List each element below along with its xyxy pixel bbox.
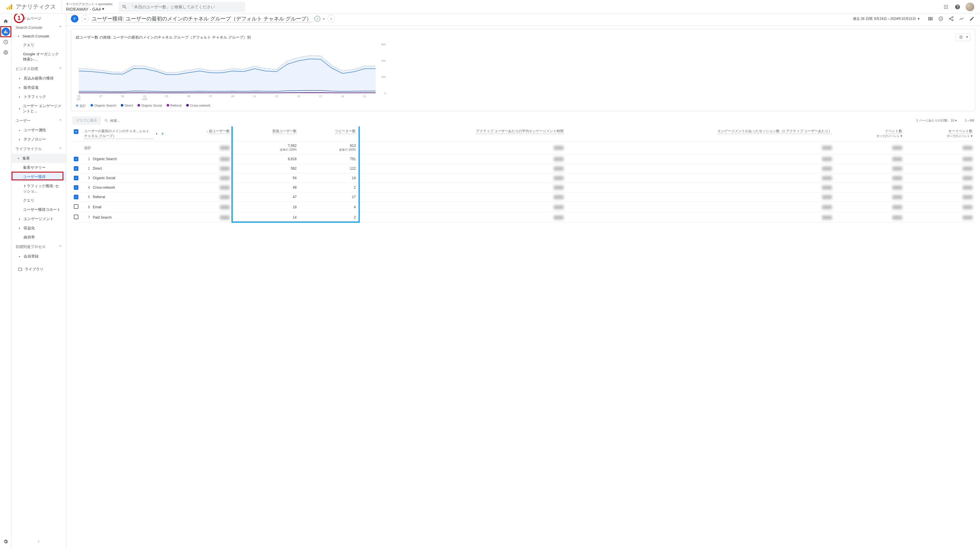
svg-point-7 (946, 6, 947, 7)
col-event-count[interactable]: イベント数 (885, 129, 902, 134)
add-button[interactable]: ＋ (328, 15, 335, 22)
add-dimension-button[interactable]: ＋ (160, 131, 165, 137)
legend-item[interactable]: Cross-network (186, 104, 210, 108)
nav-acq-user[interactable]: ユーザー獲得 (11, 172, 66, 181)
global-search[interactable] (118, 2, 245, 12)
rail-home[interactable] (2, 17, 10, 25)
table-row[interactable]: 6 Email ████194 ████████████████ (71, 202, 975, 212)
nav-acq-cohort[interactable]: ユーザー獲得コホート (11, 205, 66, 214)
nav-acq-summary[interactable]: 集客サマリー (11, 163, 66, 172)
nav-monetization[interactable]: ▸収益化 (11, 224, 66, 233)
nav-biz-leads[interactable]: ▸見込み顧客の獲得 (11, 74, 66, 83)
row-checkbox[interactable] (74, 214, 78, 219)
insights-icon[interactable] (937, 15, 944, 22)
edit-icon[interactable] (969, 15, 975, 22)
table-row[interactable]: 7 Paid Search ████142 ████████████████ (71, 212, 975, 223)
col-new-users[interactable]: 新規ユーザー数 (272, 129, 297, 134)
nav-group-user[interactable]: ユーザー⌃ (11, 116, 66, 125)
nav-acq-query[interactable]: クエリ (11, 196, 66, 205)
svg-text:15: 15 (297, 95, 300, 98)
main-content: す ＋ ユーザー獲得: ユーザーの最初のメインのチャネル グループ（デフォルト … (66, 14, 980, 549)
rail-admin[interactable] (2, 538, 10, 546)
nav-biz-sales[interactable]: ▸販売促進 (11, 83, 66, 92)
nav-biz-traffic[interactable]: ▸トラフィック (11, 92, 66, 102)
nav-group-lifecycle[interactable]: ライフサイクル⌃ (11, 144, 66, 154)
nav-sc-organic[interactable]: Google オーガニック検索レ... (11, 49, 66, 64)
nav-signup[interactable]: ▸会員登録 (11, 252, 66, 261)
svg-text:01: 01 (143, 95, 146, 98)
select-all-checkbox[interactable] (74, 129, 78, 134)
svg-text:19: 19 (341, 95, 344, 98)
property-breadcrumb: すべてのアカウント > symmetric (66, 2, 113, 6)
status-check-icon[interactable]: ✓ (315, 16, 320, 22)
nav-library[interactable]: ライブラリ (11, 264, 66, 275)
property-name: RIDEAWAY - GA4 (66, 6, 101, 11)
avatar[interactable] (966, 3, 974, 11)
chart-title: 総ユーザー数 の推移: ユーザーの最初のメインのチャネル グループ（デフォルト … (76, 35, 251, 40)
search-input[interactable] (130, 5, 242, 9)
legend-item[interactable]: Organic Social (137, 104, 162, 108)
left-rail (0, 14, 11, 549)
nav-user-attr[interactable]: ▸ユーザー属性 (11, 125, 66, 135)
table-search-input[interactable] (110, 119, 168, 123)
svg-text:29: 29 (121, 95, 124, 98)
row-checkbox[interactable] (74, 204, 78, 209)
legend-item[interactable]: 合計 (76, 104, 86, 108)
show-in-chart-button[interactable]: グラフに表示 (72, 116, 101, 125)
nav-user-tech[interactable]: ▸テクノロジー (11, 135, 66, 144)
nav-acquisition[interactable]: ▾集客 (11, 154, 66, 163)
legend-item[interactable]: Referral (167, 104, 181, 108)
nav-group-business[interactable]: ビジネス目標⌃ (11, 64, 66, 74)
col-total-users[interactable]: 総ユーザー数 (209, 129, 230, 134)
nav-collapse[interactable]: ‹ (38, 539, 39, 543)
apps-icon[interactable] (943, 3, 950, 10)
nav-biz-engagement[interactable]: ▸ユーザー エンゲージメントと... (11, 102, 66, 116)
customize-icon[interactable] (927, 15, 934, 22)
table-row[interactable]: ✓ 4 Cross-network ████492 ██████████████… (71, 183, 975, 192)
row-checkbox[interactable]: ✓ (74, 176, 78, 180)
col-returning-users[interactable]: リピーター数 (335, 129, 356, 134)
share-icon[interactable] (948, 15, 955, 22)
row-checkbox[interactable]: ✓ (74, 185, 78, 190)
sort-arrow-icon[interactable]: ↓ (206, 129, 208, 133)
table-row[interactable]: ✓ 5 Referral ████4717 ████████████████ (71, 192, 975, 202)
col-key-events[interactable]: キーイベント数 (948, 129, 972, 134)
date-range-picker[interactable]: 過去 28 日間 9月24日～2024年10月21日 ▾ (853, 16, 920, 21)
chevron-down-icon[interactable]: ▾ (156, 132, 158, 135)
table-row[interactable]: ✓ 1 Organic Search ████6,816751 ████████… (71, 154, 975, 164)
property-selector[interactable]: すべてのアカウント > symmetric RIDEAWAY - GA4▾ (62, 2, 113, 11)
nav-group-funnel[interactable]: 目標到達プロセス⌃ (11, 242, 66, 252)
dimension-header[interactable]: ユーザーの最初のメインのチャネ...ォルト チャネル グループ） (84, 129, 153, 139)
rows-per-page-select[interactable]: 10 ▾ (951, 119, 957, 122)
row-checkbox[interactable]: ✓ (74, 157, 78, 161)
rail-reports[interactable] (2, 28, 10, 36)
table-search[interactable] (104, 119, 168, 123)
table-row[interactable]: ✓ 2 Direct ████592122 ████████████████ (71, 164, 975, 173)
table-row[interactable]: ✓ 3 Organic Social ████5414 ████████████… (71, 173, 975, 183)
svg-point-21 (939, 17, 943, 21)
row-checkbox[interactable]: ✓ (74, 195, 78, 199)
nav-sc-query[interactable]: クエリ (11, 40, 66, 49)
col-engaged-sessions[interactable]: エンゲージメントのあったセッション数（1 アクティブ ユーザーあたり） (718, 129, 832, 134)
trend-icon[interactable] (958, 15, 965, 22)
compare-chip[interactable]: す (71, 15, 78, 22)
nav-search-console[interactable]: ▾Search Console (11, 32, 66, 40)
granularity-select[interactable]: 日 (956, 33, 970, 41)
col-avg-engagement[interactable]: アクティブ ユーザーあたりの平均エンゲージメント時間 (476, 129, 563, 134)
nav-group-search-console[interactable]: Search Console⌃ (11, 23, 66, 32)
svg-point-10 (946, 8, 947, 9)
nav-engagement[interactable]: ▸エンゲージメント (11, 214, 66, 224)
svg-text:25: 25 (77, 95, 80, 98)
nav-retention[interactable]: 維持率 (11, 233, 66, 242)
row-checkbox[interactable]: ✓ (74, 166, 78, 171)
add-compare-button[interactable]: ＋ (81, 15, 89, 22)
rail-advertising[interactable] (2, 48, 10, 56)
rail-explore[interactable] (2, 38, 10, 46)
help-icon[interactable] (954, 3, 961, 10)
analytics-icon (6, 3, 13, 10)
svg-point-9 (944, 8, 945, 9)
legend-item[interactable]: Organic Search (91, 104, 116, 108)
nav-acq-traffic[interactable]: トラフィック獲得: セッショ... (11, 181, 66, 196)
legend-item[interactable]: Direct (121, 104, 133, 108)
chevron-down-icon[interactable]: ▾ (323, 17, 325, 21)
